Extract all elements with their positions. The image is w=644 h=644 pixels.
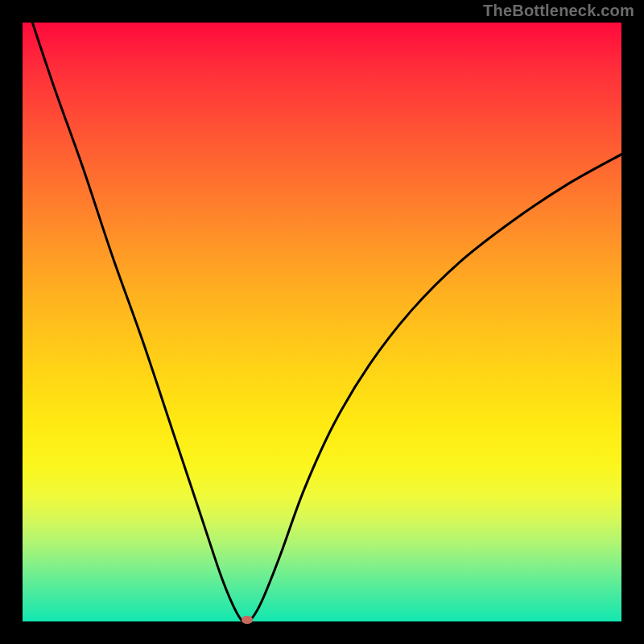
watermark-text: TheBottleneck.com <box>483 2 634 20</box>
bottleneck-curve <box>23 23 621 621</box>
plot-area <box>23 23 621 621</box>
chart-frame: TheBottleneck.com <box>0 0 644 644</box>
optimal-point-marker <box>242 616 253 624</box>
curve-svg <box>23 23 621 621</box>
